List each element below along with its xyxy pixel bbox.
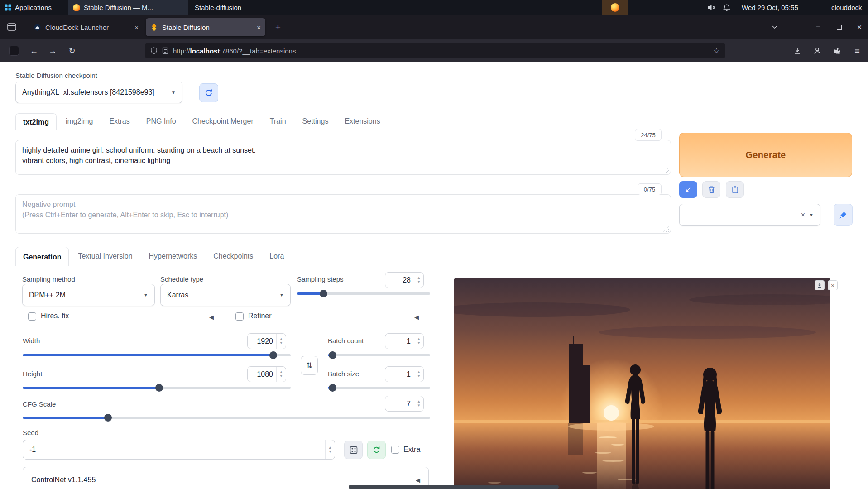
stepper[interactable]: ▲▼: [414, 367, 423, 382]
styles-dropdown[interactable]: × ▼: [679, 204, 820, 226]
height-slider[interactable]: [23, 384, 291, 392]
stepper[interactable]: ▲▼: [276, 367, 286, 382]
window-maximize-button[interactable]: [833, 21, 845, 34]
slider-handle[interactable]: [329, 384, 336, 392]
tab-generation[interactable]: Generation: [15, 247, 69, 266]
browser-tab-clouddock[interactable]: CloudDock Launcher ×: [29, 18, 143, 36]
clear-prompt-button[interactable]: [702, 181, 720, 198]
stepper[interactable]: ▲▼: [414, 396, 423, 411]
swap-dimensions-button[interactable]: ⇅: [301, 356, 318, 375]
output-gallery[interactable]: [454, 278, 830, 489]
tab-train[interactable]: Train: [263, 113, 293, 130]
batch-size-input[interactable]: 1 ▲▼: [385, 366, 424, 382]
edit-styles-button[interactable]: [834, 204, 853, 226]
horizontal-scrollbar-thumb[interactable]: [349, 485, 559, 489]
random-seed-button[interactable]: [344, 441, 363, 459]
tab-extras[interactable]: Extras: [102, 113, 137, 130]
url-bar[interactable]: http://localhost:7860/?__tab=extensions …: [145, 43, 725, 58]
batch-count-input[interactable]: 1 ▲▼: [385, 333, 424, 349]
checkpoint-refresh-button[interactable]: [199, 83, 218, 102]
tab-txt2img[interactable]: txt2img: [15, 113, 57, 130]
list-all-tabs-button[interactable]: [768, 21, 781, 34]
extra-seed-checkbox[interactable]: [391, 446, 399, 454]
taskbar-window-stable-diffusion[interactable]: Stable Diffusion — M...: [68, 0, 188, 15]
refiner-collapse-icon[interactable]: ◀: [414, 314, 419, 321]
notifications-bell-icon[interactable]: [721, 0, 732, 15]
tab-settings[interactable]: Settings: [295, 113, 336, 130]
volume-muted-icon[interactable]: [705, 0, 718, 15]
downloads-button[interactable]: [790, 43, 805, 58]
tab-png-info[interactable]: PNG Info: [139, 113, 183, 130]
shield-icon[interactable]: [150, 47, 158, 54]
firefox-view-button[interactable]: [5, 20, 18, 33]
firefox-view-icon: [7, 23, 16, 31]
browser-tab-stable-diffusion[interactable]: Stable Diffusion ×: [146, 18, 265, 36]
tab-checkpoint-merger[interactable]: Checkpoint Merger: [185, 113, 261, 130]
back-button[interactable]: ←: [26, 43, 42, 58]
width-slider[interactable]: [23, 351, 291, 360]
batch-count-slider[interactable]: [328, 351, 430, 360]
slider-handle[interactable]: [104, 414, 112, 422]
checkpoint-dropdown[interactable]: AnythingXL_xl.safetensors [8421598e93] ▼: [15, 82, 182, 103]
account-button[interactable]: [810, 43, 825, 58]
clock[interactable]: Wed 29 Oct, 05:55: [737, 0, 803, 15]
paste-generation-params-button[interactable]: ↙: [679, 181, 697, 198]
forward-button[interactable]: →: [45, 43, 60, 58]
window-close-button[interactable]: ×: [853, 21, 866, 34]
cfg-scale-input[interactable]: 7 ▲▼: [385, 396, 424, 412]
cfg-scale-slider[interactable]: [23, 413, 430, 422]
slider-handle[interactable]: [269, 351, 277, 359]
tray-firefox-icon[interactable]: [602, 0, 628, 15]
tab-close-icon[interactable]: ×: [134, 24, 139, 31]
new-tab-button[interactable]: +: [272, 21, 284, 34]
apply-style-button[interactable]: [726, 181, 744, 198]
menu-button[interactable]: ≡: [849, 43, 865, 58]
stepper[interactable]: ▲▼: [414, 334, 423, 349]
image-save-button[interactable]: [815, 280, 825, 290]
page-info-icon[interactable]: [162, 47, 168, 54]
styles-clear-icon[interactable]: ×: [801, 211, 805, 219]
batch-size-slider[interactable]: [328, 384, 430, 392]
url-text[interactable]: http://localhost:7860/?__tab=extensions: [173, 47, 709, 55]
tab-hypernetworks[interactable]: Hypernetworks: [142, 246, 205, 266]
stepper[interactable]: ▲▼: [276, 334, 286, 349]
brush-icon: [839, 211, 847, 219]
extensions-button[interactable]: [830, 43, 845, 58]
refiner-checkbox[interactable]: [235, 312, 244, 321]
slider-handle[interactable]: [155, 384, 163, 392]
tab-textual-inversion[interactable]: Textual Inversion: [71, 246, 139, 266]
tab-extensions[interactable]: Extensions: [337, 113, 387, 130]
sampling-method-dropdown[interactable]: DPM++ 2M ▼: [22, 284, 155, 306]
recycle-icon: [372, 446, 381, 454]
negative-prompt-textarea[interactable]: [16, 195, 671, 233]
stepper[interactable]: ▲▼: [325, 440, 335, 459]
applications-menu[interactable]: Applications: [0, 0, 56, 15]
bookmark-star-icon[interactable]: ☆: [713, 46, 720, 56]
firefox-icon: [611, 3, 619, 12]
browser-app-icon[interactable]: [6, 43, 22, 58]
tab-checkpoints[interactable]: Checkpoints: [206, 246, 260, 266]
slider-handle[interactable]: [320, 290, 327, 297]
schedule-type-dropdown[interactable]: Karras ▼: [160, 284, 291, 306]
prompt-textarea[interactable]: [16, 140, 671, 174]
height-input[interactable]: 1080 ▲▼: [247, 366, 286, 382]
tab-lora[interactable]: Lora: [262, 246, 291, 266]
reload-button[interactable]: ↻: [64, 43, 80, 58]
caret-down-icon[interactable]: ▼: [809, 212, 814, 217]
reuse-seed-button[interactable]: [367, 441, 386, 459]
image-close-button[interactable]: ×: [828, 280, 838, 290]
seed-input[interactable]: -1 ▲▼: [23, 440, 335, 460]
generate-button[interactable]: Generate: [679, 133, 852, 177]
browser-tab-bar: CloudDock Launcher × Stable Diffusion × …: [0, 15, 868, 39]
tab-img2img[interactable]: img2img: [58, 113, 100, 130]
width-input[interactable]: 1920 ▲▼: [247, 333, 286, 349]
taskbar-window-stable-diffusion-folder[interactable]: Stable-diffusion: [190, 0, 246, 15]
hires-collapse-icon[interactable]: ◀: [209, 314, 214, 321]
hires-fix-checkbox[interactable]: [28, 312, 36, 321]
sampling-steps-input[interactable]: 28 ▲▼: [385, 272, 424, 288]
sampling-steps-slider[interactable]: [297, 289, 430, 298]
slider-handle[interactable]: [329, 351, 336, 359]
tab-close-icon[interactable]: ×: [257, 24, 261, 31]
window-minimize-button[interactable]: −: [812, 21, 825, 34]
stepper[interactable]: ▲▼: [414, 273, 423, 288]
